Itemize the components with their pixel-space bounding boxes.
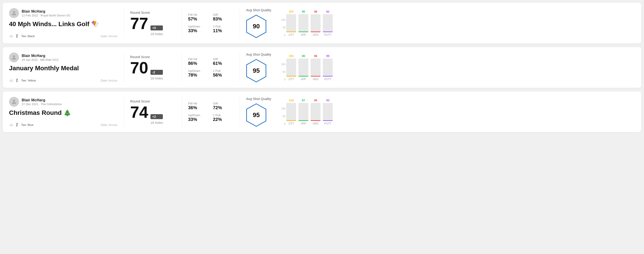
fw-hit-label: FW Hit (188, 13, 208, 16)
bar-container (323, 14, 333, 32)
card-footer: ☁️ 🏌 Tee: Yellow Data: Arccos (9, 78, 117, 82)
gir-stat: GIR 72% (213, 102, 233, 110)
golf-bag-icon: 🏌 (15, 34, 20, 38)
divider-2 (182, 52, 182, 82)
bar-label-putt: PUTT (324, 122, 331, 125)
bar-value-arg: 95 (314, 99, 317, 102)
weather-icon: ☁️ (9, 78, 13, 82)
golf-bag-icon: 🏌 (15, 123, 20, 127)
updown-value: 33% (188, 117, 208, 122)
bar-container (323, 59, 333, 77)
player-info: Blair McHarg 27 Dec 2021 · The Oxfordshi… (22, 98, 62, 106)
updown-stat: Up/Down 78% (188, 69, 208, 78)
card-score: Round Score 77 +5 18 Holes (130, 8, 175, 38)
y-label-0: 0 (284, 34, 285, 36)
card-footer: ☁️ 🏌 Tee: Black Data: Arccos (9, 34, 117, 38)
y-label-50: 50 (283, 115, 285, 118)
gir-value: 61% (213, 61, 233, 66)
bar-value-putt: 93 (326, 99, 329, 102)
player-name: Blair McHarg (22, 98, 62, 103)
tee-info: ☁️ 🏌 Tee: Yellow (9, 78, 36, 82)
card-score: Round Score 74 +2 18 Holes (130, 97, 175, 127)
round-score-label: Round Score (130, 55, 175, 59)
one-putt-label: 1 Putt (213, 114, 233, 117)
card-chart: 100 50 0 110 OTT 87 APP (278, 97, 635, 127)
avg-shot-quality-label: Avg Shot Quality (246, 8, 271, 12)
divider-3 (240, 97, 240, 127)
gir-label: GIR (213, 57, 233, 61)
card-stats: FW Hit 57% GIR 83% Up/Down 33% 1 Putt 11… (188, 8, 233, 38)
score-row: 77 +5 18 Holes (130, 15, 175, 36)
bar-label-app: APP (301, 78, 306, 81)
fw-hit-value: 57% (188, 16, 208, 22)
gir-value: 83% (213, 16, 233, 22)
one-putt-stat: 1 Putt 56% (213, 69, 233, 78)
updown-stat: Up/Down 33% (188, 25, 208, 33)
fw-hit-value: 36% (188, 105, 208, 110)
player-header: Blair McHarg 27 Dec 2021 · The Oxfordshi… (9, 97, 117, 107)
hexagon: 90 (246, 15, 266, 38)
one-putt-stat: 1 Putt 11% (213, 25, 233, 33)
bar-container (298, 14, 308, 32)
avatar (9, 8, 19, 18)
divider-1 (124, 97, 124, 127)
player-header: Blair McHarg 12 Feb 2022 · Royal North D… (9, 8, 117, 18)
bar-value-ott: 101 (289, 54, 294, 58)
bar-label-app: APP (301, 33, 306, 36)
chart-group-putt: 99 PUTT (323, 54, 333, 81)
score-number: 70 (130, 60, 148, 76)
score-number: 74 (130, 104, 148, 120)
holes-label: 18 Holes (150, 77, 163, 80)
divider-3 (240, 8, 240, 38)
bar-value-arg: 96 (314, 54, 317, 58)
player-meta: 27 Dec 2021 · The Oxfordshire (22, 103, 62, 106)
bar-container (310, 14, 320, 32)
bar-label-arg: ARG (313, 122, 318, 125)
card-stats: FW Hit 36% GIR 72% Up/Down 33% 1 Putt 22… (188, 97, 233, 127)
chart-group-ott: 110 OTT (286, 99, 296, 125)
round-card: Blair McHarg 29 Jan 2022 · Mill Ride GCC… (3, 47, 641, 88)
round-title: January Monthly Medal (9, 65, 117, 72)
svg-point-4 (13, 100, 15, 102)
player-info: Blair McHarg 12 Feb 2022 · Royal North D… (22, 9, 70, 17)
bar-container (298, 59, 308, 77)
card-footer: ☁️ 🏌 Tee: Blue Data: Arccos (9, 123, 117, 127)
card-chart: 100 50 0 101 OTT 86 APP (278, 52, 635, 82)
bar-value-app: 86 (302, 54, 305, 58)
player-name: Blair McHarg (22, 54, 59, 58)
card-left: Blair McHarg 12 Feb 2022 · Royal North D… (9, 8, 117, 38)
quality-hex-wrap: 95 (246, 59, 266, 82)
one-putt-label: 1 Putt (213, 69, 233, 73)
score-badge: +2 (150, 114, 163, 119)
bar-container (310, 59, 320, 77)
weather-icon: ☁️ (9, 34, 13, 38)
stats-grid: FW Hit 86% GIR 61% Up/Down 78% 1 Putt 56… (188, 57, 233, 78)
svg-point-0 (13, 11, 15, 13)
person-icon (11, 54, 17, 61)
hex-number: 95 (253, 112, 260, 119)
one-putt-value: 22% (213, 117, 233, 122)
y-label-50: 50 (283, 26, 285, 29)
bar-value-putt: 99 (326, 54, 329, 58)
bar-label-arg: ARG (313, 33, 318, 36)
svg-point-2 (13, 55, 15, 57)
hex-number: 95 (253, 67, 260, 74)
divider-3 (240, 52, 240, 82)
player-meta: 29 Jan 2022 · Mill Ride GCC (22, 58, 59, 61)
card-left: Blair McHarg 27 Dec 2021 · The Oxfordshi… (9, 97, 117, 127)
player-name: Blair McHarg (22, 9, 70, 14)
golf-bag-icon: 🏌 (15, 78, 20, 82)
data-source: Data: Arccos (100, 79, 117, 82)
quality-hex-wrap: 95 (246, 103, 266, 127)
hex-number: 90 (253, 23, 260, 30)
fw-hit-value: 86% (188, 61, 208, 66)
round-score-label: Round Score (130, 99, 175, 103)
bar-label-putt: PUTT (324, 78, 331, 81)
gir-label: GIR (213, 102, 233, 105)
gir-label: GIR (213, 13, 233, 16)
tee-label: Tee: Black (21, 34, 35, 38)
divider-1 (124, 8, 124, 38)
gir-value: 72% (213, 105, 233, 110)
avatar (9, 97, 19, 107)
bar-label-arg: ARG (313, 78, 318, 81)
